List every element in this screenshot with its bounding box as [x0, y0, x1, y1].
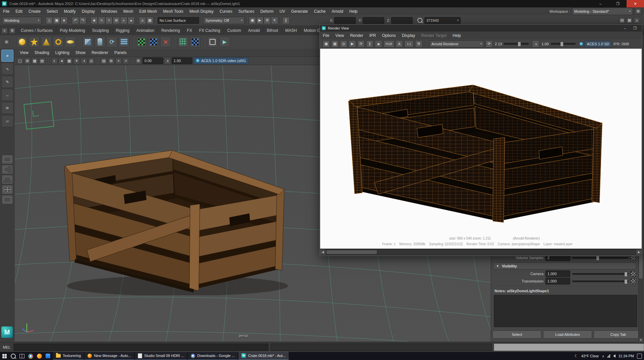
visibility-section-header[interactable]: ▼ Visibility	[493, 262, 636, 269]
smooth-shade-icon[interactable]	[59, 58, 65, 64]
transmission-slider[interactable]	[572, 280, 629, 282]
redo-previous-render-icon[interactable]	[323, 40, 330, 48]
undo-icon[interactable]	[72, 17, 79, 24]
menu-edit[interactable]: Edit	[12, 8, 25, 15]
shelf-icon-playblast[interactable]	[219, 37, 230, 47]
menu-cache[interactable]: Cache	[311, 8, 329, 15]
volume-samples-slider[interactable]	[572, 257, 629, 259]
shelf-icon-delete[interactable]	[160, 37, 171, 47]
save-scene-icon[interactable]	[60, 17, 68, 24]
panel-menu-shading[interactable]: Shading	[32, 49, 52, 56]
workspace-settings-icon[interactable]	[635, 8, 641, 14]
rv-menu-ipr[interactable]: IPR	[366, 32, 379, 39]
resolution-gate-icon[interactable]	[39, 58, 45, 64]
taskbar-window-maya[interactable]: M Crate.0018.mb* - Aut...	[238, 352, 289, 360]
taskbar-window-texturering[interactable]: Texturering	[53, 352, 84, 360]
skydome-light-manipulator[interactable]	[23, 101, 54, 130]
menu-generate[interactable]: Generate	[288, 8, 311, 15]
live-surface-field[interactable]: No Live Surface	[158, 17, 199, 24]
rgb-channels-button[interactable]: RGB	[384, 40, 394, 48]
select-camera-icon[interactable]	[17, 58, 23, 64]
command-language-toggle[interactable]: MEL	[0, 345, 13, 349]
rv-menu-render[interactable]: Render	[347, 32, 366, 39]
render-canvas[interactable]: size: 960 x 540 zoom: 1.211 (Arnold Rend…	[320, 49, 642, 249]
shelf-tab-bifrost[interactable]: Bifrost	[264, 26, 282, 35]
menu-mesh-tools[interactable]: Mesh Tools	[160, 8, 186, 15]
new-scene-icon[interactable]	[46, 17, 53, 24]
taskbar-search-button[interactable]	[9, 352, 17, 360]
menu-set-dropdown[interactable]: Modeling▾	[2, 17, 42, 24]
xray-icon[interactable]	[101, 58, 107, 64]
z-coordinate-field[interactable]	[391, 17, 413, 24]
shelf-icon-nurbs-sphere[interactable]	[17, 37, 27, 47]
redo-icon[interactable]	[79, 17, 86, 24]
menu-display[interactable]: Display	[79, 8, 98, 15]
shelf-tab-rigging[interactable]: Rigging	[112, 26, 133, 35]
weather-label[interactable]: 43°F Clear	[581, 354, 599, 358]
shelf-tab-fx[interactable]: FX	[184, 26, 196, 35]
shelf-icon-checker-b[interactable]	[148, 37, 159, 47]
menu-windows[interactable]: Windows	[98, 8, 120, 15]
y-coordinate-field[interactable]	[363, 17, 384, 24]
shelf-icon-star[interactable]	[29, 37, 40, 47]
snap-to-curves-icon[interactable]	[98, 17, 105, 24]
menu-deform[interactable]: Deform	[257, 8, 276, 15]
one-to-one-button[interactable]: 1:1	[404, 40, 414, 48]
refresh-ipr-icon[interactable]	[357, 40, 365, 48]
render-view-maximize-button[interactable]: ❐	[630, 25, 640, 31]
render-view-title-bar[interactable]: M Render View – ❐	[320, 25, 642, 32]
render-settings-icon[interactable]	[264, 17, 271, 24]
shelf-tab-curves-surfaces[interactable]: Curves / Surfaces	[17, 26, 56, 35]
pause-ipr-icon[interactable]	[366, 40, 373, 48]
shelf-icon-torus[interactable]	[53, 37, 64, 47]
rv-gamma-slider[interactable]	[551, 43, 576, 45]
film-gate-icon[interactable]	[32, 58, 38, 64]
field-chart-icon[interactable]	[115, 58, 122, 64]
task-view-button[interactable]	[17, 352, 26, 360]
scale-tool-button[interactable]	[1, 115, 13, 127]
shelf-tab-arnold[interactable]: Arnold	[245, 26, 264, 35]
scrollbar-thumb[interactable]	[639, 255, 643, 278]
menu-mesh[interactable]: Mesh	[120, 8, 136, 15]
command-input-field[interactable]	[13, 344, 269, 351]
move-tool-button[interactable]	[1, 89, 13, 101]
symmetry-dropdown[interactable]: Symmetry: Off▾	[203, 17, 245, 24]
shelf-icon-poly-cylinder[interactable]	[95, 37, 105, 47]
menu-arnold[interactable]: Arnold	[329, 8, 346, 15]
menu-mesh-display[interactable]: Mesh Display	[186, 8, 217, 15]
shelf-icon-viewport[interactable]	[207, 37, 218, 47]
panel-menu-view[interactable]: View	[17, 49, 32, 56]
shelf-menu-icon[interactable]	[1, 28, 8, 34]
scroll-down-arrow[interactable]: ▼	[639, 338, 643, 342]
ambient-occlusion-icon[interactable]	[88, 58, 95, 64]
copy-tab-button[interactable]: Copy Tab	[594, 330, 643, 339]
shelf-options-icon[interactable]	[9, 28, 15, 34]
safe-action-icon[interactable]	[123, 58, 129, 64]
taskbar-window-downloads[interactable]: Downloads - Google ...	[188, 352, 238, 360]
minimize-window-button[interactable]: –	[592, 0, 609, 7]
render-settings-icon[interactable]	[415, 40, 422, 48]
layout-custom-button[interactable]	[2, 196, 12, 204]
isolate-select-icon[interactable]	[108, 58, 114, 64]
chrome-pinned-button[interactable]	[26, 352, 35, 360]
rv-menu-options[interactable]: Options	[379, 32, 399, 39]
snapshot-icon[interactable]	[340, 40, 347, 48]
camera-field[interactable]: 1.000	[545, 270, 570, 277]
start-button[interactable]	[0, 352, 9, 360]
panel-menu-show[interactable]: Show	[72, 49, 89, 56]
render-view-minimize-button[interactable]: –	[620, 25, 630, 31]
shelf-tab-mash[interactable]: MASH	[282, 26, 301, 35]
workspace-dropdown[interactable]: Modeling - Standard*▾	[572, 8, 633, 15]
panel-menu-panels[interactable]: Panels	[111, 49, 130, 56]
x-coordinate-field[interactable]	[334, 17, 356, 24]
shelf-gear-icon[interactable]	[3, 39, 10, 45]
snap-to-projected-center-icon[interactable]	[113, 17, 120, 24]
light-editor-icon[interactable]	[271, 17, 278, 24]
transmission-field[interactable]: 1.000	[545, 278, 570, 285]
menu-surfaces[interactable]: Surfaces	[235, 8, 257, 15]
snap-to-points-icon[interactable]	[105, 17, 113, 24]
tray-expand-chevron[interactable]: ∧	[602, 354, 604, 358]
scroll-left-arrow[interactable]: ◀	[320, 250, 326, 255]
make-live-icon[interactable]	[127, 17, 135, 24]
viewport-exposure-field[interactable]: 0.00	[142, 57, 163, 64]
